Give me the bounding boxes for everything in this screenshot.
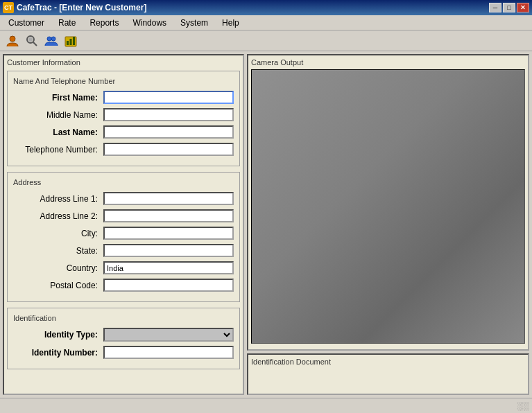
window-title: CafeTrac - [Enter New Customer] — [17, 3, 146, 12]
postal-row: Postal Code: — [13, 279, 234, 292]
identity-type-label: Identity Type: — [13, 330, 103, 340]
identity-type-select[interactable] — [103, 328, 234, 342]
identity-number-row: Identity Number: — [13, 346, 234, 359]
minimize-button[interactable]: ─ — [489, 3, 501, 12]
middle-name-input[interactable] — [103, 108, 234, 121]
reports-button[interactable] — [62, 33, 79, 49]
address2-input[interactable] — [103, 209, 234, 222]
svg-rect-8 — [70, 39, 72, 45]
identity-number-label: Identity Number: — [13, 348, 103, 358]
first-name-input[interactable] — [103, 91, 234, 104]
toolbar — [0, 30, 532, 51]
svg-point-5 — [51, 37, 55, 41]
identification-section: Identification Identity Type: Identity N… — [7, 308, 240, 369]
customers-button[interactable] — [43, 33, 60, 49]
state-row: State: — [13, 244, 234, 257]
resize-grip: ░░ — [517, 401, 529, 411]
svg-rect-9 — [73, 37, 75, 45]
address-section: Address Address Line 1: Address Line 2: … — [7, 172, 240, 302]
menu-customer[interactable]: Customer — [3, 17, 50, 29]
state-label: State: — [13, 246, 103, 256]
camera-output — [251, 69, 525, 344]
menu-reports[interactable]: Reports — [84, 17, 124, 29]
address1-label: Address Line 1: — [13, 194, 103, 204]
search-button[interactable] — [24, 33, 40, 49]
telephone-label: Telephone Number: — [13, 145, 103, 155]
state-input[interactable] — [103, 244, 234, 257]
menu-windows[interactable]: Windows — [127, 17, 172, 29]
city-label: City: — [13, 229, 103, 238]
country-input[interactable] — [103, 261, 234, 274]
name-phone-section-title: Name And Telephone Number — [13, 77, 234, 85]
right-panel: Camera Output Identificatio — [247, 54, 529, 395]
country-row: Country: — [13, 261, 234, 274]
id-doc-title: Identification Document — [251, 358, 525, 366]
svg-point-3 — [28, 37, 33, 42]
title-bar: CT CafeTrac - [Enter New Customer] ─ □ ✕ — [0, 0, 532, 15]
telephone-input[interactable] — [103, 143, 234, 156]
first-name-label: First Name: — [13, 93, 103, 103]
add-customer-button[interactable] — [4, 33, 21, 49]
address1-row: Address Line 1: — [13, 192, 234, 205]
id-doc-section: Identification Document — [247, 353, 529, 395]
telephone-row: Telephone Number: — [13, 143, 234, 156]
camera-section: Camera Output — [247, 54, 529, 351]
middle-name-row: Middle Name: — [13, 108, 234, 121]
svg-rect-7 — [67, 41, 69, 45]
last-name-row: Last Name: — [13, 125, 234, 139]
last-name-label: Last Name: — [13, 128, 103, 137]
last-name-input[interactable] — [103, 125, 234, 139]
address2-label: Address Line 2: — [13, 211, 103, 221]
svg-line-2 — [33, 42, 37, 46]
name-phone-section: Name And Telephone Number First Name: Mi… — [7, 71, 240, 166]
identity-type-row: Identity Type: — [13, 328, 234, 342]
window-controls: ─ □ ✕ — [489, 3, 529, 12]
maximize-button[interactable]: □ — [503, 3, 515, 12]
address1-input[interactable] — [103, 192, 234, 205]
middle-name-label: Middle Name: — [13, 110, 103, 120]
identification-section-title: Identification — [13, 314, 234, 322]
menu-system[interactable]: System — [175, 17, 214, 29]
close-button[interactable]: ✕ — [517, 3, 529, 12]
svg-point-0 — [10, 36, 15, 42]
menu-help[interactable]: Help — [216, 17, 245, 29]
country-label: Country: — [13, 263, 103, 273]
camera-title: Camera Output — [251, 58, 525, 67]
postal-label: Postal Code: — [13, 281, 103, 290]
city-row: City: — [13, 227, 234, 240]
address-section-title: Address — [13, 178, 234, 186]
address2-row: Address Line 2: — [13, 209, 234, 222]
first-name-row: First Name: — [13, 91, 234, 104]
svg-point-4 — [47, 37, 51, 41]
postal-input[interactable] — [103, 279, 234, 292]
identity-number-input[interactable] — [103, 346, 234, 359]
menu-rate[interactable]: Rate — [53, 17, 81, 29]
menu-bar: Customer Rate Reports Windows System Hel… — [0, 15, 532, 30]
customer-information-panel: Customer Information Name And Telephone … — [3, 54, 244, 395]
status-bar: ░░ — [0, 398, 532, 413]
svg-rect-10 — [252, 70, 524, 343]
panel-title: Customer Information — [7, 58, 240, 67]
city-input[interactable] — [103, 227, 234, 240]
main-area: Customer Information Name And Telephone … — [0, 51, 532, 398]
app-icon: CT — [3, 2, 14, 13]
